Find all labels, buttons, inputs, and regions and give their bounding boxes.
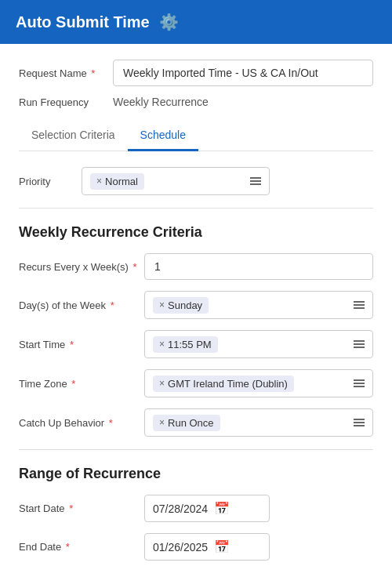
days-chip: × Sunday (153, 297, 209, 314)
range-title: Range of Recurrence (19, 466, 373, 482)
days-label: Day(s) of the Week * (19, 299, 144, 311)
end-date-value: 01/26/2025 (153, 541, 208, 553)
catch-up-row: Catch Up Behavior * × Run Once (19, 408, 373, 437)
end-date-required: * (66, 541, 70, 553)
days-tags: × Sunday (153, 297, 209, 314)
recurs-row: Recurs Every x Week(s) * (19, 253, 373, 280)
priority-select[interactable]: × Normal (82, 167, 270, 195)
time-zone-chip: × GMT Ireland Time (Dublin) (153, 376, 294, 392)
start-time-chip-remove[interactable]: × (159, 339, 165, 350)
recurs-required: * (133, 261, 137, 273)
start-time-select[interactable]: × 11:55 PM (144, 330, 373, 358)
catch-up-required: * (109, 417, 113, 429)
start-date-calendar-icon[interactable]: 📅 (214, 501, 230, 516)
start-date-row: Start Date * 07/28/2024 📅 (19, 495, 373, 522)
priority-label: Priority (19, 176, 82, 187)
time-zone-select[interactable]: × GMT Ireland Time (Dublin) (144, 369, 373, 397)
time-zone-chip-remove[interactable]: × (159, 378, 165, 389)
recurs-label: Recurs Every x Week(s) * (19, 261, 144, 273)
start-time-chip-label: 11:55 PM (168, 339, 212, 350)
start-time-label: Start Time * (19, 339, 144, 350)
start-time-list-icon[interactable] (354, 340, 365, 348)
end-date-row: End Date * 01/26/2025 📅 (19, 533, 373, 561)
start-date-value: 07/28/2024 (153, 503, 208, 515)
days-chip-remove[interactable]: × (159, 299, 165, 310)
days-required: * (111, 299, 114, 311)
settings-icon: ⚙️ (159, 13, 179, 31)
start-time-chip: × 11:55 PM (153, 336, 218, 353)
days-chip-label: Sunday (168, 299, 202, 311)
end-date-calendar-icon[interactable]: 📅 (214, 539, 230, 554)
time-zone-chip-label: GMT Ireland Time (Dublin) (168, 378, 288, 390)
page-title: Auto Submit Time (16, 13, 150, 31)
priority-row: Priority × Normal (19, 167, 373, 195)
catch-up-label: Catch Up Behavior * (19, 417, 144, 429)
time-zone-label: Time Zone * (19, 378, 144, 390)
start-date-field[interactable]: 07/28/2024 📅 (144, 495, 270, 522)
catch-up-list-icon[interactable] (354, 419, 365, 426)
start-time-row: Start Time * × 11:55 PM (19, 330, 373, 358)
divider-1 (19, 208, 373, 209)
days-row: Day(s) of the Week * × Sunday (19, 291, 373, 319)
days-list-icon[interactable] (354, 301, 365, 309)
request-name-input[interactable] (113, 60, 373, 86)
time-zone-required: * (71, 378, 75, 390)
weekly-criteria-title: Weekly Recurrence Criteria (19, 224, 373, 241)
catch-up-select[interactable]: × Run Once (144, 408, 373, 437)
divider-2 (19, 449, 373, 450)
priority-chip: × Normal (90, 173, 144, 190)
start-date-required: * (69, 503, 73, 514)
run-frequency-label: Run Frequency (19, 96, 113, 108)
end-date-label: End Date * (19, 541, 144, 553)
run-frequency-row: Run Frequency Weekly Recurrence (19, 96, 373, 108)
time-zone-row: Time Zone * × GMT Ireland Time (Dublin) (19, 369, 373, 397)
tabs-container: Selection Criteria Schedule (19, 121, 373, 151)
catch-up-chip-label: Run Once (168, 417, 214, 429)
request-name-label: Request Name * (19, 67, 113, 79)
recurs-input[interactable] (144, 253, 373, 280)
start-date-label: Start Date * (19, 503, 144, 514)
catch-up-chip-remove[interactable]: × (159, 417, 165, 428)
time-zone-list-icon[interactable] (354, 379, 365, 387)
start-time-required: * (70, 339, 74, 350)
tab-selection-criteria[interactable]: Selection Criteria (19, 121, 128, 151)
catch-up-tags: × Run Once (153, 415, 220, 431)
catch-up-chip: × Run Once (153, 415, 220, 431)
priority-tags: × Normal (90, 173, 144, 190)
priority-chip-label: Normal (105, 176, 138, 187)
start-time-tags: × 11:55 PM (153, 336, 218, 353)
priority-list-icon[interactable] (250, 177, 261, 185)
request-name-row: Request Name * (19, 60, 373, 86)
priority-chip-remove[interactable]: × (96, 176, 102, 187)
tab-schedule[interactable]: Schedule (128, 121, 198, 151)
days-select[interactable]: × Sunday (144, 291, 373, 319)
required-star: * (91, 67, 95, 79)
end-date-field[interactable]: 01/26/2025 📅 (144, 533, 270, 561)
run-frequency-value: Weekly Recurrence (113, 96, 209, 108)
main-content: Request Name * Run Frequency Weekly Recu… (0, 44, 392, 577)
time-zone-tags: × GMT Ireland Time (Dublin) (153, 376, 294, 392)
app-header: Auto Submit Time ⚙️ (0, 0, 392, 44)
